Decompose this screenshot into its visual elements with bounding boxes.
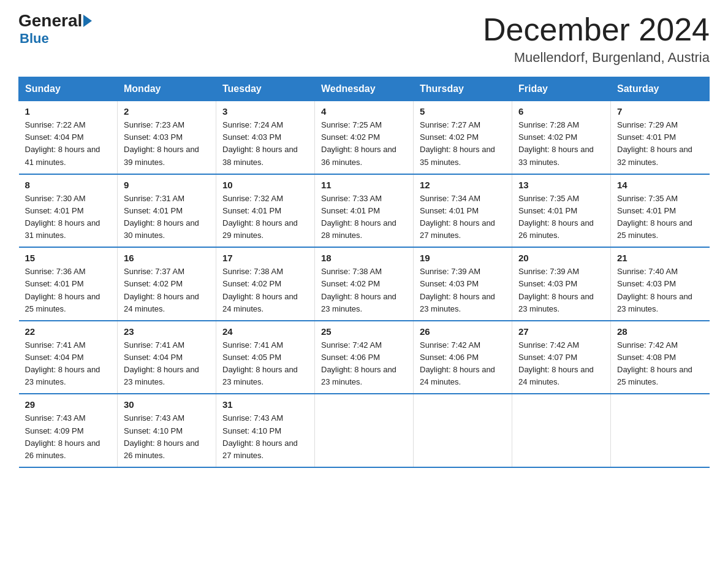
column-header-thursday: Thursday <box>414 77 512 101</box>
day-info: Sunrise: 7:41 AMSunset: 4:04 PMDaylight:… <box>124 339 210 389</box>
day-info: Sunrise: 7:34 AMSunset: 4:01 PMDaylight:… <box>420 193 506 242</box>
day-number: 30 <box>124 399 210 410</box>
day-info: Sunrise: 7:23 AMSunset: 4:03 PMDaylight:… <box>124 119 210 169</box>
calendar-cell: 31 Sunrise: 7:43 AMSunset: 4:10 PMDaylig… <box>216 394 315 467</box>
calendar-cell: 16 Sunrise: 7:37 AMSunset: 4:02 PMDaylig… <box>118 247 216 321</box>
calendar-cell: 25 Sunrise: 7:42 AMSunset: 4:06 PMDaylig… <box>315 321 414 394</box>
calendar-cell: 4 Sunrise: 7:25 AMSunset: 4:02 PMDayligh… <box>315 101 414 174</box>
calendar-cell: 22 Sunrise: 7:41 AMSunset: 4:04 PMDaylig… <box>19 321 118 394</box>
day-info: Sunrise: 7:42 AMSunset: 4:06 PMDaylight:… <box>420 339 506 389</box>
day-number: 14 <box>617 180 703 190</box>
calendar-cell: 2 Sunrise: 7:23 AMSunset: 4:03 PMDayligh… <box>118 101 216 174</box>
day-info: Sunrise: 7:42 AMSunset: 4:07 PMDaylight:… <box>518 339 604 389</box>
column-header-sunday: Sunday <box>19 77 118 101</box>
calendar-cell: 15 Sunrise: 7:36 AMSunset: 4:01 PMDaylig… <box>19 247 118 321</box>
day-number: 6 <box>518 106 604 117</box>
calendar-cell: 24 Sunrise: 7:41 AMSunset: 4:05 PMDaylig… <box>216 321 315 394</box>
calendar-cell: 9 Sunrise: 7:31 AMSunset: 4:01 PMDayligh… <box>118 174 216 248</box>
calendar-cell: 26 Sunrise: 7:42 AMSunset: 4:06 PMDaylig… <box>414 321 512 394</box>
day-info: Sunrise: 7:30 AMSunset: 4:01 PMDaylight:… <box>25 193 112 242</box>
calendar-cell: 7 Sunrise: 7:29 AMSunset: 4:01 PMDayligh… <box>611 101 710 174</box>
calendar-cell: 27 Sunrise: 7:42 AMSunset: 4:07 PMDaylig… <box>512 321 611 394</box>
day-number: 16 <box>124 253 210 263</box>
calendar-cell: 29 Sunrise: 7:43 AMSunset: 4:09 PMDaylig… <box>19 394 118 467</box>
day-info: Sunrise: 7:39 AMSunset: 4:03 PMDaylight:… <box>420 266 506 315</box>
day-number: 17 <box>222 253 308 263</box>
calendar-week-row: 15 Sunrise: 7:36 AMSunset: 4:01 PMDaylig… <box>19 247 710 321</box>
logo-blue-text: Blue <box>20 31 49 47</box>
day-number: 7 <box>617 106 703 117</box>
day-info: Sunrise: 7:36 AMSunset: 4:01 PMDaylight:… <box>25 266 112 315</box>
day-number: 31 <box>222 399 308 410</box>
day-info: Sunrise: 7:43 AMSunset: 4:10 PMDaylight:… <box>124 412 210 462</box>
logo-triangle-icon <box>83 15 92 27</box>
day-info: Sunrise: 7:41 AMSunset: 4:05 PMDaylight:… <box>222 339 308 389</box>
calendar-cell: 12 Sunrise: 7:34 AMSunset: 4:01 PMDaylig… <box>414 174 512 248</box>
day-info: Sunrise: 7:22 AMSunset: 4:04 PMDaylight:… <box>25 119 112 169</box>
day-number: 9 <box>124 180 210 190</box>
day-number: 19 <box>420 253 506 263</box>
calendar-cell: 14 Sunrise: 7:35 AMSunset: 4:01 PMDaylig… <box>611 174 710 248</box>
day-info: Sunrise: 7:27 AMSunset: 4:02 PMDaylight:… <box>420 119 506 169</box>
calendar-cell: 28 Sunrise: 7:42 AMSunset: 4:08 PMDaylig… <box>611 321 710 394</box>
day-number: 18 <box>321 253 407 263</box>
calendar-week-row: 1 Sunrise: 7:22 AMSunset: 4:04 PMDayligh… <box>19 101 710 174</box>
day-number: 25 <box>321 326 407 337</box>
calendar-cell <box>315 394 414 467</box>
day-info: Sunrise: 7:33 AMSunset: 4:01 PMDaylight:… <box>321 193 407 242</box>
day-info: Sunrise: 7:38 AMSunset: 4:02 PMDaylight:… <box>222 266 308 315</box>
calendar-cell: 21 Sunrise: 7:40 AMSunset: 4:03 PMDaylig… <box>611 247 710 321</box>
column-header-friday: Friday <box>512 77 611 101</box>
calendar-cell: 3 Sunrise: 7:24 AMSunset: 4:03 PMDayligh… <box>216 101 315 174</box>
day-number: 15 <box>25 253 112 263</box>
day-info: Sunrise: 7:25 AMSunset: 4:02 PMDaylight:… <box>321 119 407 169</box>
day-number: 26 <box>420 326 506 337</box>
location-title: Muellendorf, Burgenland, Austria <box>483 50 710 66</box>
calendar-cell: 20 Sunrise: 7:39 AMSunset: 4:03 PMDaylig… <box>512 247 611 321</box>
calendar-week-row: 29 Sunrise: 7:43 AMSunset: 4:09 PMDaylig… <box>19 394 710 467</box>
day-number: 10 <box>222 180 308 190</box>
day-info: Sunrise: 7:35 AMSunset: 4:01 PMDaylight:… <box>617 193 703 242</box>
day-info: Sunrise: 7:39 AMSunset: 4:03 PMDaylight:… <box>518 266 604 315</box>
day-number: 11 <box>321 180 407 190</box>
title-area: December 2024 Muellendorf, Burgenland, A… <box>483 12 710 66</box>
calendar-week-row: 8 Sunrise: 7:30 AMSunset: 4:01 PMDayligh… <box>19 174 710 248</box>
month-title: December 2024 <box>483 12 710 47</box>
day-number: 12 <box>420 180 506 190</box>
day-number: 1 <box>25 106 112 117</box>
day-number: 13 <box>518 180 604 190</box>
day-info: Sunrise: 7:29 AMSunset: 4:01 PMDaylight:… <box>617 119 703 169</box>
day-number: 27 <box>518 326 604 337</box>
calendar-week-row: 22 Sunrise: 7:41 AMSunset: 4:04 PMDaylig… <box>19 321 710 394</box>
calendar-cell: 19 Sunrise: 7:39 AMSunset: 4:03 PMDaylig… <box>414 247 512 321</box>
calendar-cell: 18 Sunrise: 7:38 AMSunset: 4:02 PMDaylig… <box>315 247 414 321</box>
calendar-cell: 23 Sunrise: 7:41 AMSunset: 4:04 PMDaylig… <box>118 321 216 394</box>
day-info: Sunrise: 7:40 AMSunset: 4:03 PMDaylight:… <box>617 266 703 315</box>
day-info: Sunrise: 7:24 AMSunset: 4:03 PMDaylight:… <box>222 119 308 169</box>
day-number: 4 <box>321 106 407 117</box>
calendar-cell: 30 Sunrise: 7:43 AMSunset: 4:10 PMDaylig… <box>118 394 216 467</box>
day-number: 23 <box>124 326 210 337</box>
logo: General Blue <box>18 12 93 47</box>
calendar-cell: 1 Sunrise: 7:22 AMSunset: 4:04 PMDayligh… <box>19 101 118 174</box>
day-number: 2 <box>124 106 210 117</box>
calendar-cell: 17 Sunrise: 7:38 AMSunset: 4:02 PMDaylig… <box>216 247 315 321</box>
day-info: Sunrise: 7:37 AMSunset: 4:02 PMDaylight:… <box>124 266 210 315</box>
day-info: Sunrise: 7:35 AMSunset: 4:01 PMDaylight:… <box>518 193 604 242</box>
day-info: Sunrise: 7:31 AMSunset: 4:01 PMDaylight:… <box>124 193 210 242</box>
calendar-cell <box>414 394 512 467</box>
column-header-monday: Monday <box>118 77 216 101</box>
day-info: Sunrise: 7:42 AMSunset: 4:08 PMDaylight:… <box>617 339 703 389</box>
calendar-table: SundayMondayTuesdayWednesdayThursdayFrid… <box>18 77 710 468</box>
calendar-cell: 11 Sunrise: 7:33 AMSunset: 4:01 PMDaylig… <box>315 174 414 248</box>
day-number: 20 <box>518 253 604 263</box>
day-number: 29 <box>25 399 112 410</box>
day-number: 22 <box>25 326 112 337</box>
calendar-cell: 5 Sunrise: 7:27 AMSunset: 4:02 PMDayligh… <box>414 101 512 174</box>
day-info: Sunrise: 7:32 AMSunset: 4:01 PMDaylight:… <box>222 193 308 242</box>
day-info: Sunrise: 7:41 AMSunset: 4:04 PMDaylight:… <box>25 339 112 389</box>
day-number: 5 <box>420 106 506 117</box>
column-header-wednesday: Wednesday <box>315 77 414 101</box>
day-number: 24 <box>222 326 308 337</box>
day-info: Sunrise: 7:43 AMSunset: 4:09 PMDaylight:… <box>25 412 112 462</box>
